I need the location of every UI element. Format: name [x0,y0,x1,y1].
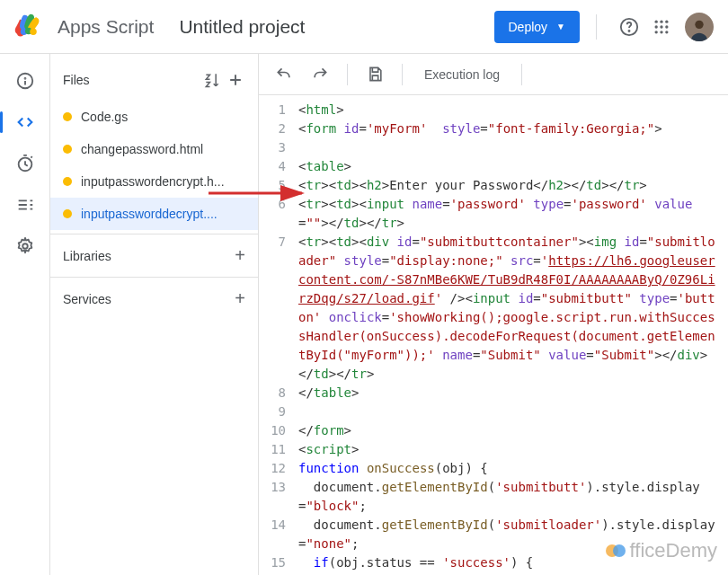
svg-point-3 [30,28,37,35]
file-status-dot-icon [63,177,72,186]
account-avatar[interactable] [685,13,714,41]
separator [596,14,597,40]
libraries-label: Libraries [63,249,111,263]
code-editor[interactable]: 1234567891011121314151617181920 <html><f… [259,95,728,575]
executions-icon[interactable] [14,194,36,216]
triggers-icon[interactable] [14,153,36,174]
editor-icon[interactable] [14,111,36,133]
watermark-text: fficeDemy [630,539,717,562]
line-gutter: 1234567891011121314151617181920 [259,95,295,575]
file-name: inputpasswordencrypt.h... [81,174,225,189]
sort-az-icon[interactable] [202,70,222,90]
svg-point-7 [660,20,662,22]
svg-point-19 [22,243,28,249]
file-list: Code.gschangepassword.htmlinputpassworde… [50,97,258,234]
editor-area: Execution log 12345678910111213141516171… [259,54,728,575]
product-name: Apps Script [58,16,154,38]
svg-point-10 [660,25,662,28]
add-file-icon[interactable] [226,70,245,90]
services-section[interactable]: Services + [50,277,258,320]
execution-log-button[interactable]: Execution log [415,67,509,82]
code-content[interactable]: <html><form id='myForm' style="font-fami… [295,95,728,575]
services-label: Services [63,292,111,306]
header-bar: Apps Script Untitled project Deploy ▼ [0,0,728,54]
file-status-dot-icon [63,209,72,218]
separator [347,64,348,85]
file-item[interactable]: inputpassworddecrypt.... [50,198,258,230]
svg-point-6 [655,20,658,22]
svg-point-22 [613,544,626,557]
svg-point-11 [665,25,668,28]
file-status-dot-icon [63,112,72,121]
apps-script-logo-icon [14,11,47,43]
editor-toolbar: Execution log [259,54,728,95]
project-title[interactable]: Untitled project [179,16,493,38]
file-item[interactable]: inputpasswordencrypt.h... [50,165,258,198]
add-service-icon[interactable]: + [235,288,245,309]
svg-point-5 [628,31,629,31]
file-item[interactable]: changepassword.html [50,133,258,165]
help-icon[interactable] [618,16,640,38]
chevron-down-icon: ▼ [556,22,565,31]
svg-point-13 [660,31,662,33]
libraries-section[interactable]: Libraries + [50,234,258,277]
file-item[interactable]: Code.gs [50,101,258,133]
svg-point-14 [665,31,668,33]
watermark: fficeDemy [605,539,717,562]
settings-icon[interactable] [14,235,36,257]
files-label: Files [63,73,90,87]
save-icon[interactable] [360,60,389,89]
deploy-button[interactable]: Deploy ▼ [494,11,581,43]
redo-icon[interactable] [306,60,334,89]
file-name: changepassword.html [81,142,203,156]
files-panel: Files Code.gschangepassword.htmlinputpas… [50,54,259,575]
svg-point-9 [655,25,658,28]
svg-point-15 [695,20,703,28]
separator [521,64,522,85]
deploy-label: Deploy [509,20,548,34]
file-name: inputpassworddecrypt.... [81,207,218,221]
file-name: Code.gs [81,110,128,124]
add-library-icon[interactable]: + [235,245,245,266]
svg-point-12 [655,31,658,33]
apps-grid-icon[interactable] [651,16,672,38]
undo-icon[interactable] [270,60,298,89]
svg-point-8 [665,20,668,22]
overview-icon[interactable] [14,70,36,92]
files-header: Files [50,63,258,97]
file-status-dot-icon [63,145,72,154]
watermark-logo-icon [605,540,626,562]
svg-point-17 [24,78,25,79]
left-nav-rail [0,54,50,575]
separator [402,64,403,85]
